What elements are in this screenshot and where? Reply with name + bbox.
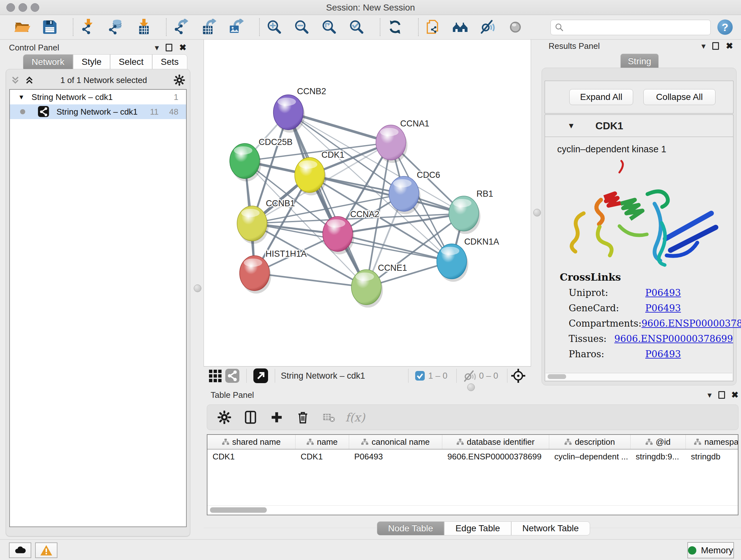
cloud-status-button[interactable]	[9, 543, 31, 558]
grid-view-icon[interactable]	[207, 368, 224, 384]
export-network-button[interactable]	[172, 17, 191, 37]
show-columns-icon[interactable]	[242, 409, 259, 426]
network-node-CDC25B[interactable]	[230, 143, 261, 181]
left-splitter-handle[interactable]	[194, 285, 201, 292]
import-table-from-file-button[interactable]	[133, 17, 152, 37]
tab-string[interactable]: String	[620, 54, 659, 69]
table-row[interactable]: CDK1CDK1P064939606.ENSP00000378699cyclin…	[207, 449, 738, 463]
tab-select[interactable]: Select	[110, 54, 152, 70]
export-table-button[interactable]	[199, 17, 218, 37]
open-in-new-window-icon[interactable]	[253, 368, 269, 384]
clone-network-icon	[427, 20, 437, 33]
table-horizontal-scrollbar-thumb[interactable]	[210, 507, 267, 513]
table-cell[interactable]: CDK1	[207, 452, 295, 462]
network-collection-row[interactable]: ▼ String Network – cdk1 1	[10, 90, 186, 105]
import-network-from-file-icon	[82, 19, 92, 34]
zoom-in-button[interactable]	[265, 17, 284, 37]
tab-network[interactable]: Network	[23, 54, 73, 70]
tab-network-table[interactable]: Network Table	[511, 521, 590, 536]
network-node-CCNB1[interactable]	[237, 206, 269, 244]
save-session-button[interactable]	[40, 17, 59, 37]
network-node-CDK1[interactable]	[294, 158, 326, 195]
table-cell[interactable]: CDK1	[295, 452, 349, 462]
network-edge[interactable]	[288, 112, 366, 287]
collapse-all-button[interactable]: Collapse All	[643, 89, 716, 105]
column-header-shared-name[interactable]: shared name	[207, 435, 295, 449]
network-node-CDKN1A[interactable]	[437, 244, 468, 282]
delete-column-trash-icon[interactable]	[294, 409, 311, 426]
node-section-title: CDK1	[596, 120, 623, 132]
tab-node-table[interactable]: Node Table	[377, 521, 444, 536]
memory-button[interactable]: Memory	[687, 542, 734, 558]
column-header-description[interactable]: description	[549, 435, 630, 449]
help-button[interactable]: ?	[718, 19, 733, 35]
network-edge[interactable]	[255, 273, 366, 287]
expand-all-networks-icon[interactable]	[24, 75, 34, 85]
network-node-CCNB2[interactable]	[273, 95, 305, 133]
export-image-button[interactable]	[226, 17, 246, 37]
import-network-from-database-button[interactable]	[106, 17, 125, 37]
table-options-gear-icon[interactable]	[216, 409, 232, 426]
network-options-gear-icon[interactable]	[173, 74, 185, 86]
table-cell[interactable]: stringdb	[686, 452, 738, 462]
tab-sets[interactable]: Sets	[152, 54, 187, 70]
network-node-CCNA1[interactable]	[376, 125, 408, 163]
selected-checkbox-icon[interactable]	[414, 368, 426, 384]
string-query-button[interactable]	[451, 17, 470, 37]
expand-all-button[interactable]: Expand All	[569, 89, 633, 105]
scrollbar-thumb[interactable]	[548, 374, 566, 379]
table-cell[interactable]: 9606.ENSP00000378699	[442, 452, 549, 462]
column-header-canonical-name[interactable]: canonical name	[349, 435, 442, 449]
table-cell[interactable]: stringdb:9...	[630, 452, 686, 462]
network-canvas[interactable]: CCNB2CCNA1CDC25BCDK1CDC6RB1CCNB1CCNA2CDK…	[204, 40, 531, 366]
tree-expand-caret-icon[interactable]: ▼	[18, 94, 24, 101]
crosslink-link[interactable]: 9606.ENSP00000378699	[614, 333, 733, 344]
crosslink-link[interactable]: P06493	[645, 303, 681, 314]
section-collapse-caret-icon[interactable]: ▼	[567, 121, 575, 130]
table-cell[interactable]: cyclin–dependent ...	[549, 452, 630, 462]
search-field[interactable]	[550, 20, 711, 35]
hide-glasses-button[interactable]	[479, 17, 498, 37]
right-splitter-handle[interactable]	[533, 209, 541, 216]
crosslink-link[interactable]: 9606.ENSP00000378699	[642, 318, 741, 329]
network-node-HIST1H1A[interactable]	[240, 256, 271, 294]
presentation-sphere-button[interactable]	[506, 17, 525, 37]
import-network-from-file-button[interactable]	[78, 17, 98, 37]
crosslink-link[interactable]: P06493	[645, 349, 681, 360]
network-node-CCNE1[interactable]	[351, 270, 383, 308]
results-horizontal-scrollbar[interactable]	[546, 373, 732, 380]
float-panel-icon[interactable]	[712, 42, 719, 50]
float-panel-icon[interactable]	[718, 391, 725, 399]
float-panel-icon[interactable]	[165, 44, 172, 51]
open-file-button[interactable]	[13, 17, 32, 37]
collapse-panel-icon[interactable]: ▾	[155, 43, 159, 53]
collapse-panel-icon[interactable]: ▾	[708, 390, 712, 400]
network-row-selected[interactable]: String Network – cdk1 11 48	[10, 105, 186, 119]
tab-edge-table[interactable]: Edge Table	[444, 521, 511, 536]
collapse-panel-icon[interactable]: ▾	[701, 41, 705, 51]
zoom-out-button[interactable]	[292, 17, 312, 37]
close-panel-icon[interactable]: ✖	[726, 41, 733, 51]
close-panel-icon[interactable]: ✖	[179, 43, 186, 53]
create-column-plus-icon[interactable]	[268, 409, 285, 426]
crosslink-link[interactable]: P06493	[645, 287, 681, 298]
column-header-database-identifier[interactable]: database identifier	[442, 435, 549, 449]
birds-eye-view-icon[interactable]	[510, 368, 527, 384]
network-share-view-icon[interactable]	[224, 368, 241, 384]
column-header--id[interactable]: @id	[630, 435, 686, 449]
close-panel-icon[interactable]: ✖	[731, 390, 738, 400]
network-node-CCNA2[interactable]	[323, 216, 354, 254]
column-header-namespace[interactable]: namespace	[686, 435, 738, 449]
table-cell[interactable]: P06493	[349, 452, 442, 462]
network-node-RB1[interactable]	[449, 196, 481, 234]
warnings-button[interactable]	[35, 543, 57, 558]
node-table[interactable]: shared namenamecanonical namedatabase id…	[207, 434, 738, 515]
column-header-name[interactable]: name	[295, 435, 349, 449]
zoom-selected-button[interactable]	[347, 17, 366, 37]
collapse-all-networks-icon[interactable]	[10, 75, 20, 85]
zoom-fit-button[interactable]	[320, 17, 339, 37]
search-input[interactable]	[567, 22, 711, 33]
refresh-button[interactable]	[386, 17, 405, 37]
clone-network-button[interactable]	[424, 17, 443, 37]
tab-style[interactable]: Style	[73, 54, 110, 70]
